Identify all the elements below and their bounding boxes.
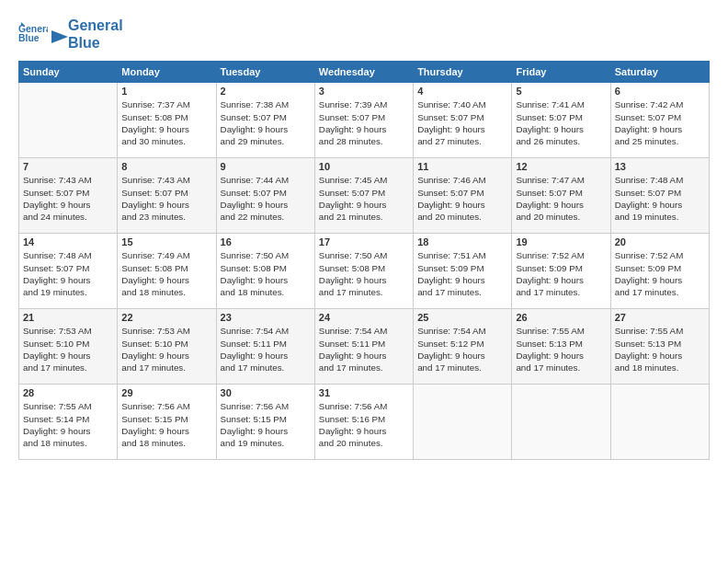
day-info: Sunrise: 7:37 AM Sunset: 5:08 PM Dayligh… [121, 98, 211, 147]
calendar-day-cell: 27Sunrise: 7:55 AM Sunset: 5:13 PM Dayli… [610, 309, 709, 385]
day-number: 24 [319, 312, 409, 323]
page: General Blue General Blue SundayMondayTu… [0, 0, 728, 563]
day-number: 6 [615, 86, 705, 97]
day-number: 8 [121, 161, 211, 172]
weekday-header-sunday: Sunday [19, 62, 118, 83]
calendar-day-cell: 19Sunrise: 7:52 AM Sunset: 5:09 PM Dayli… [512, 234, 610, 309]
day-number: 5 [516, 86, 606, 97]
calendar-day-cell: 5Sunrise: 7:41 AM Sunset: 5:07 PM Daylig… [512, 83, 610, 158]
day-info: Sunrise: 7:41 AM Sunset: 5:07 PM Dayligh… [516, 98, 606, 147]
day-number: 1 [121, 86, 211, 97]
day-info: Sunrise: 7:52 AM Sunset: 5:09 PM Dayligh… [516, 249, 606, 298]
day-info: Sunrise: 7:46 AM Sunset: 5:07 PM Dayligh… [417, 174, 507, 223]
header: General Blue General Blue [18, 17, 710, 52]
day-info: Sunrise: 7:43 AM Sunset: 5:07 PM Dayligh… [23, 174, 113, 223]
calendar-day-cell: 4Sunrise: 7:40 AM Sunset: 5:07 PM Daylig… [414, 83, 512, 158]
day-number: 3 [319, 86, 409, 97]
calendar-day-cell: 24Sunrise: 7:54 AM Sunset: 5:11 PM Dayli… [314, 309, 413, 385]
calendar-day-cell: 21Sunrise: 7:53 AM Sunset: 5:10 PM Dayli… [19, 309, 118, 385]
weekday-header-saturday: Saturday [610, 62, 709, 83]
day-number: 22 [121, 312, 211, 323]
calendar-day-cell: 9Sunrise: 7:44 AM Sunset: 5:07 PM Daylig… [216, 158, 314, 234]
day-number: 14 [23, 236, 113, 247]
day-number: 29 [121, 387, 211, 398]
calendar-day-cell: 30Sunrise: 7:56 AM Sunset: 5:15 PM Dayli… [216, 385, 314, 460]
day-info: Sunrise: 7:49 AM Sunset: 5:08 PM Dayligh… [121, 249, 211, 298]
day-info: Sunrise: 7:44 AM Sunset: 5:07 PM Dayligh… [221, 174, 311, 223]
calendar-day-cell: 20Sunrise: 7:52 AM Sunset: 5:09 PM Dayli… [610, 234, 709, 309]
logo: General Blue General Blue [18, 17, 123, 52]
calendar-day-cell: 29Sunrise: 7:56 AM Sunset: 5:15 PM Dayli… [118, 385, 216, 460]
logo-general: General [68, 17, 123, 34]
calendar-day-cell: 16Sunrise: 7:50 AM Sunset: 5:08 PM Dayli… [216, 234, 314, 309]
day-info: Sunrise: 7:48 AM Sunset: 5:07 PM Dayligh… [23, 249, 113, 298]
day-number: 15 [121, 236, 211, 247]
day-number: 21 [23, 312, 113, 323]
day-number: 18 [417, 236, 507, 247]
calendar-day-cell: 25Sunrise: 7:54 AM Sunset: 5:12 PM Dayli… [414, 309, 512, 385]
svg-text:Blue: Blue [18, 33, 40, 43]
day-number: 30 [221, 387, 311, 398]
calendar-day-cell: 11Sunrise: 7:46 AM Sunset: 5:07 PM Dayli… [414, 158, 512, 234]
calendar-day-cell: 26Sunrise: 7:55 AM Sunset: 5:13 PM Dayli… [512, 309, 610, 385]
calendar-day-cell: 14Sunrise: 7:48 AM Sunset: 5:07 PM Dayli… [19, 234, 118, 309]
weekday-header-wednesday: Wednesday [314, 62, 413, 83]
day-info: Sunrise: 7:48 AM Sunset: 5:07 PM Dayligh… [615, 174, 705, 223]
calendar-week-row: 1Sunrise: 7:37 AM Sunset: 5:08 PM Daylig… [19, 83, 710, 158]
calendar-day-cell [414, 385, 512, 460]
calendar-day-cell: 6Sunrise: 7:42 AM Sunset: 5:07 PM Daylig… [610, 83, 709, 158]
day-number: 19 [516, 236, 606, 247]
day-number: 27 [615, 312, 705, 323]
calendar-day-cell: 18Sunrise: 7:51 AM Sunset: 5:09 PM Dayli… [414, 234, 512, 309]
calendar-day-cell: 2Sunrise: 7:38 AM Sunset: 5:07 PM Daylig… [216, 83, 314, 158]
day-info: Sunrise: 7:40 AM Sunset: 5:07 PM Dayligh… [417, 98, 507, 147]
calendar-day-cell: 15Sunrise: 7:49 AM Sunset: 5:08 PM Dayli… [118, 234, 216, 309]
svg-marker-3 [51, 30, 68, 43]
day-info: Sunrise: 7:45 AM Sunset: 5:07 PM Dayligh… [319, 174, 409, 223]
day-number: 28 [23, 387, 113, 398]
calendar-week-row: 28Sunrise: 7:55 AM Sunset: 5:14 PM Dayli… [19, 385, 710, 460]
day-info: Sunrise: 7:50 AM Sunset: 5:08 PM Dayligh… [319, 249, 409, 298]
logo-arrow-icon [51, 30, 68, 43]
calendar-day-cell: 22Sunrise: 7:53 AM Sunset: 5:10 PM Dayli… [118, 309, 216, 385]
calendar-day-cell: 31Sunrise: 7:56 AM Sunset: 5:16 PM Dayli… [314, 385, 413, 460]
logo-blue: Blue [68, 34, 123, 52]
day-number: 2 [221, 86, 311, 97]
day-info: Sunrise: 7:54 AM Sunset: 5:11 PM Dayligh… [319, 325, 409, 373]
day-number: 17 [319, 236, 409, 247]
day-number: 7 [23, 161, 113, 172]
day-number: 25 [417, 312, 507, 323]
day-info: Sunrise: 7:56 AM Sunset: 5:15 PM Dayligh… [121, 400, 211, 449]
day-number: 10 [319, 161, 409, 172]
day-number: 16 [221, 236, 311, 247]
day-info: Sunrise: 7:53 AM Sunset: 5:10 PM Dayligh… [23, 325, 113, 373]
day-info: Sunrise: 7:50 AM Sunset: 5:08 PM Dayligh… [221, 249, 311, 298]
calendar-week-row: 7Sunrise: 7:43 AM Sunset: 5:07 PM Daylig… [19, 158, 710, 234]
day-number: 9 [221, 161, 311, 172]
day-info: Sunrise: 7:55 AM Sunset: 5:14 PM Dayligh… [23, 400, 113, 449]
weekday-header-friday: Friday [512, 62, 610, 83]
weekday-header-monday: Monday [118, 62, 216, 83]
calendar-week-row: 14Sunrise: 7:48 AM Sunset: 5:07 PM Dayli… [19, 234, 710, 309]
day-number: 13 [615, 161, 705, 172]
day-number: 4 [417, 86, 507, 97]
calendar-day-cell: 10Sunrise: 7:45 AM Sunset: 5:07 PM Dayli… [314, 158, 413, 234]
day-info: Sunrise: 7:52 AM Sunset: 5:09 PM Dayligh… [615, 249, 705, 298]
day-info: Sunrise: 7:55 AM Sunset: 5:13 PM Dayligh… [516, 325, 606, 373]
day-info: Sunrise: 7:51 AM Sunset: 5:09 PM Dayligh… [417, 249, 507, 298]
day-number: 26 [516, 312, 606, 323]
day-number: 11 [417, 161, 507, 172]
day-info: Sunrise: 7:38 AM Sunset: 5:07 PM Dayligh… [221, 98, 311, 147]
calendar-header-row: SundayMondayTuesdayWednesdayThursdayFrid… [19, 62, 710, 83]
calendar-day-cell: 1Sunrise: 7:37 AM Sunset: 5:08 PM Daylig… [118, 83, 216, 158]
calendar-day-cell: 23Sunrise: 7:54 AM Sunset: 5:11 PM Dayli… [216, 309, 314, 385]
day-number: 20 [615, 236, 705, 247]
day-info: Sunrise: 7:43 AM Sunset: 5:07 PM Dayligh… [121, 174, 211, 223]
calendar-day-cell: 8Sunrise: 7:43 AM Sunset: 5:07 PM Daylig… [118, 158, 216, 234]
day-info: Sunrise: 7:53 AM Sunset: 5:10 PM Dayligh… [121, 325, 211, 373]
day-number: 23 [221, 312, 311, 323]
calendar-day-cell: 28Sunrise: 7:55 AM Sunset: 5:14 PM Dayli… [19, 385, 118, 460]
day-info: Sunrise: 7:54 AM Sunset: 5:12 PM Dayligh… [417, 325, 507, 373]
calendar-day-cell [19, 83, 118, 158]
weekday-header-tuesday: Tuesday [216, 62, 314, 83]
